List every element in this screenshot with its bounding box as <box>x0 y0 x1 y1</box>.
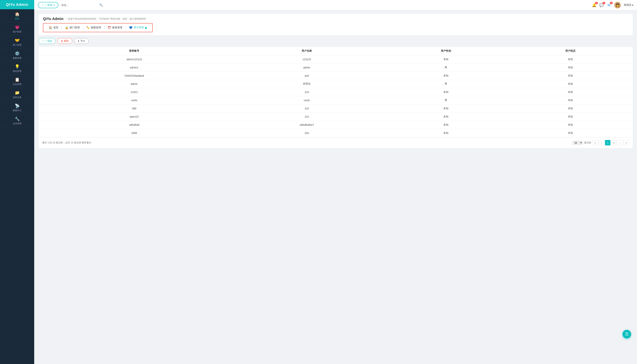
sidebar-item-news-center[interactable]: 📡 新闻中心 <box>0 101 34 114</box>
tab-home-label: 首页 <box>53 26 58 29</box>
action-bar: ＋ + 添加 🗑 删除 ⬇ 导出 <box>38 38 633 44</box>
per-page-unit: 条记录 <box>584 141 591 144</box>
col-name: 用户名称 <box>230 47 384 55</box>
avatar[interactable]: 👩 <box>614 2 621 8</box>
table-row[interactable]: sdfsdfsfd sdfsdfsdfsd f 未知 未知 <box>38 121 633 129</box>
table-row[interactable]: admin1 admin 男 未知 <box>38 64 633 72</box>
table-row[interactable]: qwe123 123 未知 未知 <box>38 113 633 121</box>
export-icon: ⬇ <box>78 40 80 42</box>
sidebar-item-file-mgmt[interactable]: 📁 定时任务 <box>0 88 34 101</box>
sidebar-item-session-mgmt[interactable]: 🔧 会话管理 <box>0 114 34 127</box>
cell-account: qwe123 <box>38 113 230 121</box>
cell-name: admin <box>230 64 384 72</box>
add-icon: ＋ <box>42 39 44 42</box>
news-center-icon: 📡 <box>15 104 20 108</box>
cell-account: 23443234asdasd <box>38 72 230 80</box>
sidebar-item-schedule-mgmt[interactable]: 📋 日志管理 <box>0 75 34 88</box>
sidebar-item-home[interactable]: 🏠 首页 <box>0 9 34 22</box>
tab-perm[interactable]: ✏️ 权限管理 <box>84 25 104 30</box>
cell-status: 未知 <box>508 113 633 121</box>
table-row[interactable]: 12321 123 未知 未知 <box>38 88 633 96</box>
nav-tabs-box: 🏠 首页 | 🔒 部门管理 | ✏️ 权限管理 | ⏰ 菜单管理 <box>43 23 153 32</box>
notification-count-1: 7 <box>595 2 598 4</box>
tab-menu[interactable]: ⏰ 菜单管理 <box>105 25 125 30</box>
table-row[interactable]: 080 123 未知 未知 <box>38 104 633 113</box>
tab-dept-icon: 🔒 <box>65 26 68 29</box>
page-2-button[interactable]: 2 <box>611 140 616 146</box>
cell-status: 未知 <box>508 80 633 88</box>
cell-gender: 男 <box>384 80 508 88</box>
cell-status: 未知 <box>508 129 633 137</box>
cell-status: 未知 <box>508 96 633 104</box>
table-row[interactable]: ceshi ceshi 男 未知 <box>38 96 633 104</box>
cell-account: 2099 <box>38 129 230 137</box>
nav-sep-3: | <box>104 26 105 29</box>
delete-button[interactable]: 🗑 删除 <box>57 38 72 44</box>
tab-home[interactable]: 🏠 首页 <box>46 25 61 30</box>
sidebar-item-dept-mgmt[interactable]: 🤝 部门管理 <box>0 36 34 48</box>
cell-gender: 未知 <box>384 113 508 121</box>
tab-dept-label: 部门管理 <box>70 26 80 29</box>
topbar-add-button[interactable]: ＋ + 添加 ▾ <box>38 2 58 8</box>
cell-account: admin1 <box>38 64 230 72</box>
sidebar-item-user-mgmt[interactable]: 💗 用户管理 <box>0 22 34 36</box>
cell-account: ceshi <box>38 96 230 104</box>
pagination-info: 显示 1 到 10 条记录，总共 15 条记录 每页显示 <box>42 141 571 144</box>
sidebar-item-label-role: 角色管理 <box>13 70 22 73</box>
fab-icon: ☰ <box>625 332 629 336</box>
cell-account: admin123123 <box>38 55 230 64</box>
table-row[interactable]: admin123123 123123 未知 未知 <box>38 55 633 64</box>
page-last-button[interactable]: » <box>624 140 629 146</box>
cell-name: ceshi <box>230 96 384 104</box>
cell-gender: 未知 <box>384 55 508 64</box>
tab-user[interactable]: 💙 用户管理 ⬤ <box>126 25 150 30</box>
dept-mgmt-icon: 🤝 <box>15 38 20 43</box>
page-prev-button[interactable]: ‹ <box>599 140 604 146</box>
tab-user-label: 用户管理 <box>134 26 144 29</box>
cell-account: 080 <box>38 104 230 113</box>
page-description: 一套基于角色的权限控制系统，可控制用户界面功能，按钮，接口调用权限等 <box>66 17 628 20</box>
table-row[interactable]: 23443234asdasd asd 未知 未知 <box>38 72 633 80</box>
table-row[interactable]: 2099 234 未知 未知 <box>38 129 633 137</box>
table-body: admin123123 123123 未知 未知 admin1 admin 男 … <box>38 55 633 137</box>
sidebar-logo[interactable]: QIYu Admin <box>0 0 34 9</box>
search-bar: 🔍 <box>61 3 589 7</box>
table-row[interactable]: admin 管理员 男 未知 <box>38 80 633 88</box>
page-next-button[interactable]: › <box>617 140 623 146</box>
search-input[interactable] <box>61 4 98 6</box>
sidebar-item-label-schedule: 日志管理 <box>13 83 22 86</box>
table-header: 登录账号 用户名称 用户性别 用户状态 <box>38 47 633 55</box>
cell-account: admin <box>38 80 230 88</box>
cell-gender: 未知 <box>384 72 508 80</box>
delete-icon: 🗑 <box>61 40 63 42</box>
export-button[interactable]: ⬇ 导出 <box>74 38 89 44</box>
home-icon: 🏠 <box>15 12 20 16</box>
per-page-select[interactable]: 10 20 50 100 <box>572 141 582 145</box>
notification-bell-3[interactable]: 📧 1 <box>607 3 611 7</box>
user-dropdown-icon: ▾ <box>632 4 633 6</box>
add-user-button[interactable]: ＋ + 添加 <box>38 38 56 44</box>
tab-dept[interactable]: 🔒 部门管理 <box>62 25 82 30</box>
sidebar-item-param-mgmt[interactable]: ⚙️ 参数管理 <box>0 48 34 62</box>
param-mgmt-icon: ⚙️ <box>15 51 20 56</box>
notification-bell-1[interactable]: 🔔 7 <box>592 3 596 7</box>
cell-status: 未知 <box>508 88 633 96</box>
tab-home-icon: 🏠 <box>49 26 52 29</box>
cell-gender: 未知 <box>384 121 508 129</box>
user-name-label[interactable]: 管理员 ▾ <box>624 4 633 7</box>
tab-perm-icon: ✏️ <box>86 26 90 29</box>
page-first-button[interactable]: « <box>592 140 598 146</box>
session-mgmt-icon: 🔧 <box>15 117 20 122</box>
sidebar: QIYu Admin 🏠 首页 💗 用户管理 🤝 部门管理 ⚙️ 参数管理 💡 … <box>0 0 34 364</box>
cell-name: 234 <box>230 129 384 137</box>
fab-button[interactable]: ☰ <box>622 330 631 338</box>
cell-name: 管理员 <box>230 80 384 88</box>
sidebar-item-label-file: 定时任务 <box>13 96 22 99</box>
notification-bell-2[interactable]: 💬 4 <box>599 3 604 7</box>
sidebar-item-role-mgmt[interactable]: 💡 角色管理 <box>0 62 34 75</box>
tab-perm-label: 权限管理 <box>91 26 101 29</box>
cell-status: 未知 <box>508 104 633 113</box>
page-1-button[interactable]: 1 <box>605 140 610 146</box>
nav-sep-1: | <box>61 26 62 29</box>
cell-status: 未知 <box>508 121 633 129</box>
